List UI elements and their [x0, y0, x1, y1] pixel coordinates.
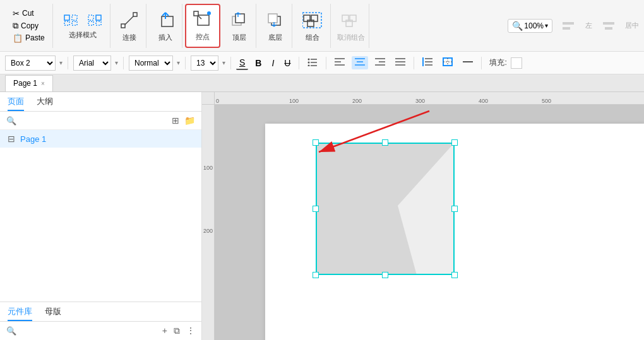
handle-middle-right[interactable] [451, 206, 458, 212]
copy-button[interactable]: ⧉ Copy [10, 20, 47, 32]
tab-page1[interactable]: Page 1 × [5, 75, 53, 91]
sidebar-search-input[interactable] [20, 116, 168, 125]
zoom-dropdown-icon: ▾ [545, 22, 548, 29]
format-toolbar: Box 2 ▾ Arial ▾ Normal ▾ 13 ▾ S B I U [0, 52, 644, 74]
cut-button[interactable]: ✂ Cut [10, 8, 47, 19]
font-family-dropdown-icon: ▾ [115, 59, 118, 66]
shape-selection-border [316, 143, 455, 275]
group-group: 组合 [295, 4, 331, 48]
divider1 [68, 57, 68, 69]
control-point-label: 控点 [196, 32, 210, 42]
ungroup-label: 取消组合 [337, 33, 365, 42]
control-point-group[interactable]: 控点 [185, 4, 220, 48]
group-label: 组合 [306, 33, 319, 42]
select-mode-btn1[interactable] [59, 11, 82, 29]
underline-button[interactable]: S [236, 56, 248, 70]
divider3 [185, 57, 186, 69]
fill-color-box[interactable] [511, 57, 522, 69]
italic-button[interactable]: I [268, 57, 277, 69]
select-mode-group: 选择模式 [56, 4, 110, 48]
zoom-icon: 🔍 [512, 21, 523, 31]
box-name-select[interactable]: Box 2 [5, 56, 56, 71]
select-icon2 [87, 14, 102, 26]
ungroup-button[interactable] [337, 9, 365, 32]
tab-bar: Page 1 × [0, 74, 644, 92]
sidebar-tab-outline[interactable]: 大纲 [37, 96, 53, 111]
bold-button[interactable]: B [252, 57, 265, 69]
handle-top-right[interactable] [451, 139, 458, 146]
bullet-list-button[interactable] [304, 56, 321, 69]
divider4 [230, 57, 231, 69]
divider6 [326, 57, 326, 69]
align-center-button[interactable] [352, 56, 368, 69]
ruler-h-200: 200 [352, 98, 362, 104]
sidebar-bottom-actions: + ⧉ ⋮ [162, 325, 195, 336]
sidebar-search-row: 🔍 ⊞ 📁 [0, 112, 201, 130]
sidebar-bottom-tab-master[interactable]: 母版 [45, 306, 61, 321]
sidebar-top-tabs: 页面 大纲 [0, 92, 201, 112]
sidebar-page1-item[interactable]: ⊟ Page 1 [0, 130, 201, 148]
top-layer-group: 顶层 [223, 4, 256, 48]
copy-component-button[interactable]: ⧉ [174, 325, 180, 336]
selected-shape[interactable] [316, 143, 455, 275]
ruler-h-500: 500 [542, 98, 551, 104]
center-align-icon [601, 18, 616, 33]
copy-label: Copy [21, 21, 39, 30]
font-family-select[interactable]: Arial [73, 56, 111, 71]
ruler-vertical: 100 200 [202, 105, 215, 340]
sidebar-search-icon: 🔍 [6, 116, 16, 126]
border-button[interactable] [439, 56, 456, 69]
bottom-layer-label: 底层 [268, 33, 282, 42]
more-options-button[interactable]: ⋮ [186, 325, 195, 336]
svg-rect-5 [96, 15, 101, 20]
align-center-icon [355, 57, 365, 66]
center-align-button[interactable] [596, 16, 621, 36]
tab-close-button[interactable]: × [41, 80, 45, 87]
divider5 [299, 57, 299, 69]
folder-button[interactable]: 📁 [184, 115, 195, 126]
handle-bottom-middle[interactable] [382, 272, 388, 278]
select-mode-btn2[interactable] [83, 11, 106, 29]
align-justify-button[interactable] [392, 56, 408, 69]
handle-top-middle[interactable] [382, 139, 388, 146]
insert-button[interactable] [153, 9, 178, 32]
font-style-dropdown-icon: ▾ [177, 59, 180, 66]
handle-top-left[interactable] [313, 139, 319, 146]
svg-rect-1 [72, 15, 77, 20]
line-spacing-button[interactable] [419, 56, 436, 69]
align-right-button[interactable] [372, 56, 388, 69]
sidebar-tab-pages[interactable]: 页面 [8, 96, 24, 111]
svg-rect-2 [64, 21, 69, 25]
add-component-button[interactable]: + [162, 325, 167, 336]
align-left-icon [335, 57, 345, 66]
group-button[interactable] [299, 9, 326, 32]
add-page-button[interactable]: ⊞ [172, 115, 179, 126]
sidebar-page1-label: Page 1 [20, 134, 46, 144]
svg-point-42 [308, 62, 310, 64]
control-point-icon-wrapper [193, 10, 213, 30]
divider-line-button[interactable] [460, 56, 476, 69]
font-style-select[interactable]: Normal [129, 56, 173, 71]
paste-button[interactable]: 📋 Paste [10, 33, 47, 44]
sidebar-actions: ⊞ 📁 [172, 115, 195, 126]
left-align-icon [561, 18, 576, 33]
strikethrough-button[interactable]: U [281, 57, 294, 69]
align-justify-icon [395, 57, 405, 66]
bottom-layer-button[interactable] [263, 9, 288, 32]
group-icon [302, 11, 323, 29]
handle-bottom-left[interactable] [313, 272, 319, 278]
main-area: 页面 大纲 🔍 ⊞ 📁 ⊟ Page 1 元件库 母版 [0, 92, 644, 340]
sidebar-bottom-search-input[interactable] [20, 327, 158, 336]
top-layer-button[interactable] [227, 9, 252, 32]
ruler-v-100: 100 [203, 165, 213, 171]
svg-rect-25 [268, 14, 277, 23]
handle-bottom-right[interactable] [451, 272, 458, 278]
font-size-select[interactable]: 13 [191, 56, 218, 71]
handle-middle-left[interactable] [313, 206, 319, 212]
left-align-button[interactable] [556, 16, 581, 36]
svg-point-44 [308, 65, 310, 67]
sidebar-bottom-tab-components[interactable]: 元件库 [8, 306, 32, 321]
zoom-control[interactable]: 🔍 100% ▾ [508, 19, 552, 33]
align-left-button[interactable] [331, 56, 348, 69]
connect-button[interactable] [117, 9, 142, 32]
